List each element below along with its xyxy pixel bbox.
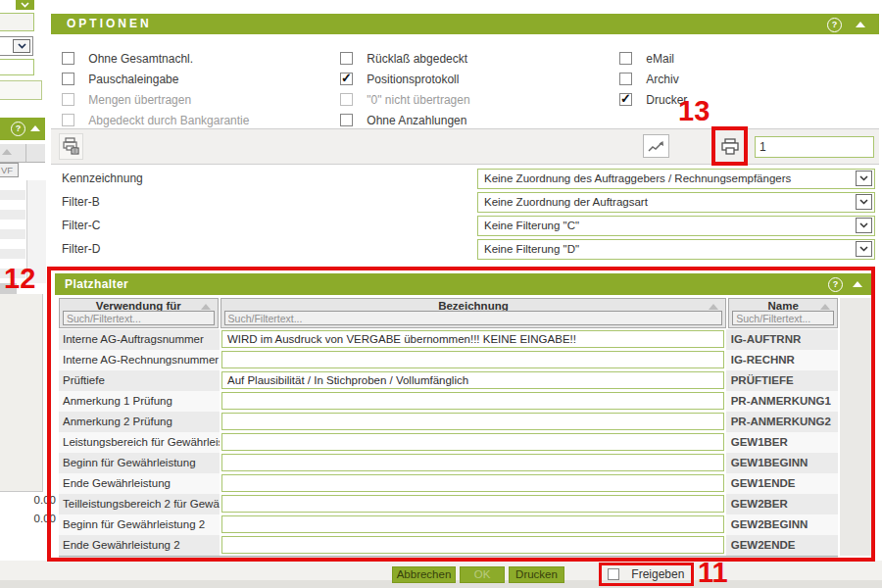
chevron-down-icon[interactable]	[856, 171, 872, 186]
chevron-down-icon[interactable]	[16, 0, 34, 10]
chevron-down-icon[interactable]	[856, 194, 872, 210]
column-header-description[interactable]: Bezeichnung	[220, 298, 727, 328]
checkbox	[62, 93, 74, 106]
amount-value: 0.00	[0, 494, 56, 506]
checkbox[interactable]	[340, 114, 353, 126]
ok-button[interactable]: OK	[460, 566, 505, 583]
print-button[interactable]	[716, 134, 743, 159]
sort-icon[interactable]	[709, 304, 718, 310]
sort-icon[interactable]	[820, 304, 830, 310]
table-right-gutter	[840, 298, 872, 556]
checkbox-label: Pauschaleingabe	[88, 73, 178, 86]
description-input[interactable]	[221, 351, 724, 368]
option-email[interactable]: eMail	[619, 51, 674, 65]
print-dialog-button[interactable]: Drucken	[509, 566, 564, 583]
option-null-nicht-uebertragen: "0" nicht übertragen	[340, 92, 470, 106]
left-input[interactable]	[0, 59, 34, 75]
option-ohne-gesamtnachl[interactable]: Ohne Gesamtnachl.	[62, 51, 193, 65]
chevron-down-icon[interactable]	[856, 241, 872, 257]
name-cell: PR-ANMERKUNG2	[726, 412, 838, 432]
table-row: Anmerkung 2 Prüfung PR-ANMERKUNG2	[59, 412, 838, 432]
option-positionsprotokoll[interactable]: ✓ Positionsprotokoll	[340, 72, 459, 85]
help-icon[interactable]: ?	[11, 122, 25, 136]
chevron-down-icon[interactable]	[856, 218, 872, 233]
left-field[interactable]	[0, 13, 34, 31]
checkbox	[62, 114, 74, 126]
filter-d-select[interactable]: Keine Filterung "D"	[477, 239, 875, 260]
form-row-filter-d: Filter-D Keine Filterung "D"	[62, 239, 875, 260]
options-section-header: OPTIONEN ?	[51, 14, 879, 34]
form-row-filter-b: Filter-B Keine Zuordnung der Auftragsart	[62, 192, 875, 213]
selected-value: Keine Zuordnung des Auftraggebers / Rech…	[484, 170, 851, 188]
filter-b-select[interactable]: Keine Zuordnung der Auftragsart	[477, 192, 875, 213]
printer-settings-button[interactable]	[59, 133, 83, 160]
left-dropdown[interactable]	[0, 36, 33, 56]
description-input[interactable]	[221, 536, 724, 554]
description-input[interactable]	[221, 454, 724, 471]
help-icon[interactable]: ?	[827, 18, 842, 32]
chart-button[interactable]	[643, 134, 669, 158]
column-divider	[25, 144, 26, 162]
usage-cell: Anmerkung 1 Prüfung	[59, 391, 220, 412]
help-icon[interactable]: ?	[828, 277, 843, 292]
collapse-icon[interactable]	[853, 281, 862, 287]
option-drucker[interactable]: ✓ Drucker	[619, 92, 687, 106]
chevron-down-icon[interactable]	[13, 39, 30, 53]
release-option[interactable]: Freigeben	[608, 566, 684, 583]
name-cell: GEW2BEGINN	[726, 514, 838, 535]
left-panel-header: ?	[0, 118, 45, 140]
sort-icon[interactable]	[201, 304, 211, 310]
name-filter-input[interactable]	[732, 311, 834, 325]
checkbox-checked[interactable]: ✓	[619, 93, 632, 106]
checkbox-checked[interactable]: ✓	[340, 73, 353, 85]
copies-input[interactable]	[755, 136, 874, 158]
checkbox[interactable]	[340, 52, 353, 65]
collapse-icon[interactable]	[856, 22, 865, 27]
filter-c-select[interactable]: Keine Filterung "C"	[477, 216, 875, 236]
cancel-button[interactable]: Abbrechen	[392, 566, 456, 583]
checkbox-label: Freigeben	[631, 567, 684, 581]
column-header-usage[interactable]: Verwendung für	[59, 298, 219, 328]
left-filter-input[interactable]: VF	[0, 163, 19, 177]
checkbox	[340, 93, 353, 106]
collapse-icon[interactable]	[30, 125, 40, 131]
description-input[interactable]	[221, 413, 724, 430]
description-input[interactable]	[221, 515, 724, 533]
name-cell: GEW1ENDE	[726, 473, 838, 494]
checkbox[interactable]	[619, 73, 632, 85]
description-input[interactable]	[221, 392, 724, 410]
description-input[interactable]	[221, 330, 724, 348]
description-input[interactable]	[221, 371, 724, 389]
selected-value: Keine Filterung "C"	[484, 217, 851, 235]
placeholder-table-body: Interne AG-Auftragsnummer IG-AUFTRNR Int…	[59, 329, 838, 556]
kennzeichnung-select[interactable]: Keine Zuordnung des Auftraggebers / Rech…	[477, 169, 875, 189]
name-cell: IG-RECHNR	[726, 350, 838, 370]
checkbox[interactable]	[608, 568, 619, 580]
usage-filter-input[interactable]	[63, 311, 215, 325]
name-cell: PR-ANMERKUNG1	[726, 391, 838, 412]
left-table-header[interactable]	[0, 144, 45, 163]
option-ruecklass-abgedeckt[interactable]: Rücklaß abgedeckt	[340, 51, 467, 65]
usage-cell: Interne AG-Rechnungsnummer	[59, 350, 220, 370]
checkmark-icon: ✓	[620, 91, 631, 106]
checkbox-label: Positionsprotokoll	[367, 73, 459, 86]
checkbox[interactable]	[62, 73, 74, 85]
description-filter-input[interactable]	[224, 311, 723, 325]
placeholder-table-header: Verwendung für Bezeichnung Name	[59, 298, 838, 328]
option-pauschaleingabe[interactable]: Pauschaleingabe	[62, 72, 178, 85]
checkbox-label: "0" nicht übertragen	[367, 93, 469, 107]
checkbox[interactable]	[619, 52, 632, 65]
column-header-name[interactable]: Name	[728, 298, 838, 328]
left-panel-body	[0, 294, 43, 492]
description-input[interactable]	[221, 474, 724, 492]
option-archiv[interactable]: Archiv	[619, 72, 679, 85]
table-row: Beginn für Gewährleistung 2 GEW2BEGINN	[59, 514, 838, 535]
name-cell: GEW1BEGINN	[726, 453, 838, 473]
description-input[interactable]	[221, 495, 724, 513]
description-input[interactable]	[221, 433, 724, 451]
option-ohne-anzahlungen[interactable]: Ohne Anzahlungen	[340, 113, 466, 126]
table-row: Teilleistungsbereich 2 für Gewährlei GEW…	[59, 494, 838, 514]
usage-cell: Teilleistungsbereich 2 für Gewährlei	[59, 494, 220, 514]
checkbox[interactable]	[62, 52, 74, 65]
left-field[interactable]	[0, 80, 42, 100]
